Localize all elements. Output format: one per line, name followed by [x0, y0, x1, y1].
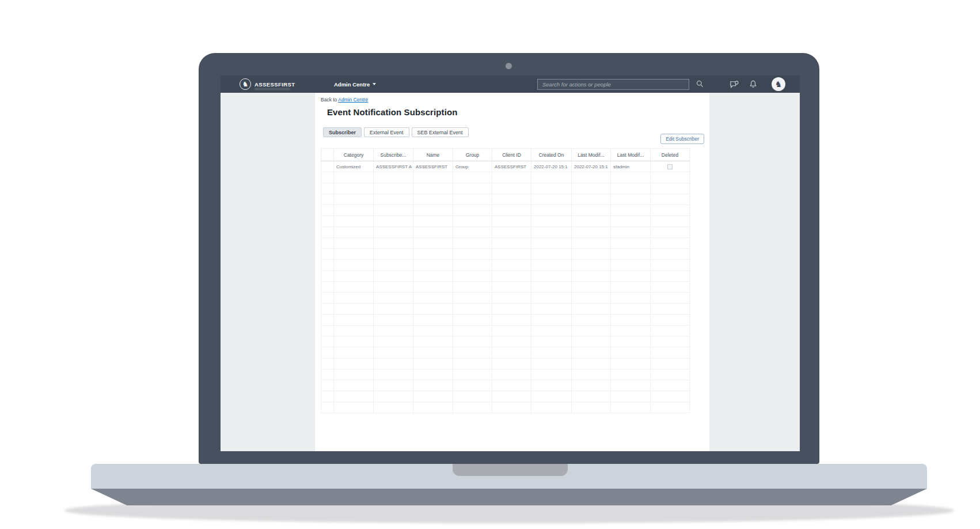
empty-cell: [453, 326, 492, 337]
empty-cell: [492, 347, 531, 358]
empty-cell: [611, 183, 651, 194]
row-selector-cell: [321, 161, 334, 172]
table-row[interactable]: Customized ASSESSFIRST A ASSESSFIRST Gro…: [321, 161, 690, 172]
empty-cell: [413, 282, 453, 293]
empty-cell: [572, 216, 611, 227]
empty-cell: [651, 315, 690, 326]
empty-cell: [453, 172, 492, 183]
bell-icon[interactable]: [750, 80, 757, 88]
empty-cell: [334, 249, 374, 260]
empty-cell: [531, 205, 572, 216]
empty-cell: [334, 369, 374, 380]
empty-cell: [572, 205, 611, 216]
table-empty-row: [321, 337, 690, 347]
empty-cell: [611, 227, 651, 238]
empty-cell: [321, 271, 334, 282]
table-empty-row: [321, 293, 690, 304]
laptop-bezel: ♞ ASSESSFIRST Admin Centre: [199, 53, 819, 464]
empty-cell: [492, 216, 531, 227]
empty-cell: [334, 293, 374, 304]
empty-cell: [374, 238, 413, 249]
col-selector: [321, 149, 334, 161]
empty-cell: [651, 249, 690, 260]
module-menu[interactable]: Admin Centre: [334, 75, 376, 93]
empty-cell: [572, 282, 611, 293]
empty-cell: [651, 347, 690, 358]
empty-cell: [453, 304, 492, 315]
empty-cell: [374, 326, 413, 337]
empty-cell: [374, 172, 413, 183]
empty-cell: [492, 380, 531, 391]
subscriber-table: Category Subscribe... Name Group Client …: [321, 148, 690, 413]
table-empty-row: [321, 391, 690, 402]
empty-cell: [334, 183, 374, 194]
profile-avatar[interactable]: ♞: [772, 77, 785, 91]
empty-cell: [374, 260, 413, 271]
empty-cell: [651, 271, 690, 282]
empty-cell: [611, 391, 651, 402]
empty-cell: [531, 358, 572, 369]
empty-cell: [413, 249, 453, 260]
empty-cell: [334, 205, 374, 216]
empty-cell: [413, 238, 453, 249]
search-icon[interactable]: [696, 80, 704, 88]
search-input[interactable]: [537, 79, 689, 90]
empty-cell: [531, 249, 572, 260]
table-empty-row: [321, 183, 690, 194]
empty-cell: [334, 402, 374, 413]
empty-cell: [651, 326, 690, 337]
col-created-on: Created On: [531, 149, 572, 161]
back-to-text: Back to: [321, 97, 338, 103]
laptop-mockup: ♞ ASSESSFIRST Admin Centre: [0, 0, 980, 529]
empty-cell: [492, 369, 531, 380]
edit-subscriber-button[interactable]: Edit Subscriber: [660, 134, 704, 144]
empty-cell: [453, 402, 492, 413]
empty-cell: [321, 216, 334, 227]
cell-last-modified-by: sfadmin: [611, 161, 651, 172]
admin-centre-link[interactable]: Admin Centre: [338, 97, 368, 103]
cell-group: Group: [453, 161, 492, 172]
laptop-base: [91, 464, 927, 489]
empty-cell: [611, 304, 651, 315]
empty-cell: [413, 358, 453, 369]
table-empty-row: [321, 249, 690, 260]
empty-cell: [651, 216, 690, 227]
empty-cell: [334, 238, 374, 249]
col-subscriber-id: Subscribe...: [374, 149, 413, 161]
empty-cell: [334, 337, 374, 347]
empty-cell: [611, 172, 651, 183]
empty-cell: [531, 315, 572, 326]
tab-seb-external-event[interactable]: SEB External Event: [412, 127, 469, 137]
empty-cell: [374, 282, 413, 293]
empty-cell: [492, 282, 531, 293]
empty-cell: [651, 293, 690, 304]
empty-cell: [651, 369, 690, 380]
tab-external-event[interactable]: External Event: [364, 127, 409, 137]
empty-cell: [334, 315, 374, 326]
empty-cell: [572, 326, 611, 337]
table-empty-row: [321, 315, 690, 326]
empty-cell: [651, 304, 690, 315]
empty-cell: [572, 402, 611, 413]
empty-cell: [374, 271, 413, 282]
empty-cell: [531, 194, 572, 205]
empty-cell: [413, 326, 453, 337]
empty-cell: [321, 304, 334, 315]
empty-cell: [651, 358, 690, 369]
empty-cell: [321, 205, 334, 216]
deleted-checkbox: [667, 164, 673, 169]
table-empty-row: [321, 380, 690, 391]
table-empty-row: [321, 369, 690, 380]
empty-cell: [321, 337, 334, 347]
empty-cell: [374, 391, 413, 402]
empty-cell: [374, 304, 413, 315]
empty-cell: [374, 183, 413, 194]
empty-cell: [492, 402, 531, 413]
empty-cell: [374, 194, 413, 205]
empty-cell: [374, 315, 413, 326]
empty-cell: [531, 391, 572, 402]
chat-badge-icon[interactable]: [730, 81, 739, 89]
empty-cell: [531, 337, 572, 347]
tab-subscriber[interactable]: Subscriber: [323, 127, 362, 137]
empty-cell: [334, 380, 374, 391]
